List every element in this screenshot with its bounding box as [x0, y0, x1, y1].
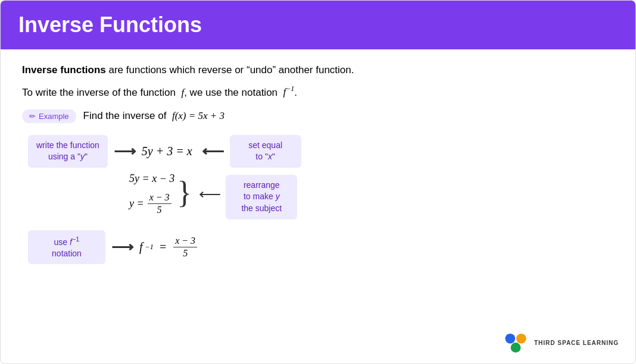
example-badge-text: Example [39, 112, 69, 121]
fraction-finv: x − 3 5 [173, 236, 197, 259]
notation-f: f [181, 86, 184, 98]
diagram-bottom-row: use f−1notation ⟶ f−1 = x − 3 5 [28, 230, 614, 265]
diagram: write the functionusing a "y" ⟶ 5y + 3 =… [28, 135, 614, 265]
arrow-left-1: ⟵ [202, 142, 224, 161]
content-area: Inverse functions are functions which re… [1, 49, 635, 363]
fraction-y: x − 3 5 [148, 192, 172, 215]
eqs-and-brace: 5y = x − 3 y = x − 3 5 } ⟵ [129, 172, 226, 215]
step-label-use-notation: use f−1notation [28, 230, 105, 265]
svg-point-2 [511, 343, 521, 353]
tsl-brand-text: THIRD SPACE LEARNING [534, 339, 619, 347]
tsl-logo: THIRD SPACE LEARNING [503, 331, 619, 354]
diagram-top-row: write the functionusing a "y" ⟶ 5y + 3 =… [28, 135, 614, 168]
equation-3: y = x − 3 5 [129, 192, 174, 215]
header: Inverse Functions [1, 1, 635, 49]
svg-point-1 [516, 334, 526, 344]
example-text: Find the inverse of f(x) = 5x + 3 [83, 110, 225, 122]
definition-rest: are functions which reverse or “undo” an… [106, 64, 354, 76]
pencil-icon: ✏ [29, 112, 36, 121]
step-label-set-equal: set equalto "x" [230, 135, 301, 168]
arrow-right-2: ⟶ [111, 238, 133, 256]
step-label-write-function: write the functionusing a "y" [28, 135, 108, 168]
equation-4: f−1 = x − 3 5 [139, 236, 198, 259]
definition-bold: Inverse functions [22, 64, 106, 76]
svg-point-0 [505, 334, 515, 344]
definition-line: Inverse functions are functions which re… [22, 62, 614, 78]
arrow-left-2: ⟵ [199, 185, 221, 203]
tsl-icon [503, 331, 528, 354]
example-badge: ✏ Example [22, 109, 76, 123]
example-row: ✏ Example Find the inverse of f(x) = 5x … [22, 109, 614, 123]
page-title: Inverse Functions [18, 12, 618, 37]
notation-line: To write the inverse of the function f, … [22, 84, 614, 100]
equation-1: 5y + 3 = x [142, 145, 192, 158]
equation-2: 5y = x − 3 [129, 172, 174, 185]
arrow-right-1: ⟶ [114, 142, 136, 161]
page-container: Inverse Functions Inverse functions are … [0, 0, 636, 364]
diagram-middle: 5y = x − 3 y = x − 3 5 } ⟵ [129, 169, 614, 219]
big-brace: } [177, 177, 192, 208]
notation-finv: f−1 [283, 86, 295, 98]
step-label-rearrange: rearrangeto make ythe subject [226, 175, 297, 219]
equation-stack: 5y = x − 3 y = x − 3 5 [129, 172, 174, 215]
